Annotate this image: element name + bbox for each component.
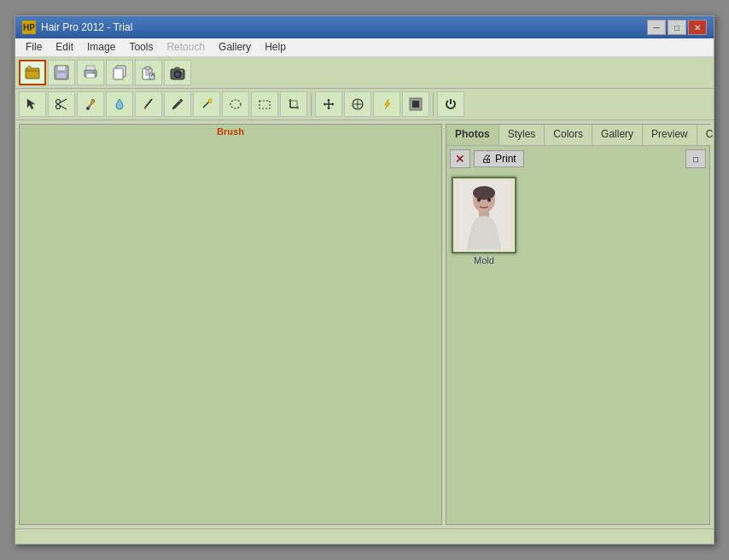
svg-line-20 (60, 99, 67, 103)
svg-point-48 (487, 198, 491, 202)
photo-thumbnail[interactable] (452, 177, 516, 254)
open-button[interactable] (19, 60, 46, 85)
panel-close-button[interactable]: ✕ (450, 149, 470, 168)
svg-point-45 (473, 186, 495, 200)
tab-preview[interactable]: Preview (643, 125, 697, 145)
list-item[interactable]: Mold (452, 177, 516, 265)
tab-gallery[interactable]: Gallery (592, 125, 643, 145)
paintbrush-tool[interactable] (135, 91, 162, 117)
toolbar-separator-1 (311, 92, 312, 116)
lightning-tool[interactable] (373, 91, 400, 117)
main-toolbar (15, 57, 714, 89)
right-panel: Photos Styles Colors Gallery Preview Cam… (446, 124, 710, 525)
svg-line-29 (211, 102, 212, 103)
tab-photos[interactable]: Photos (446, 125, 499, 145)
content-area: Brush Photos Styles Colors Gallery Previ… (15, 120, 714, 528)
tab-styles[interactable]: Styles (499, 125, 545, 145)
tools-toolbar (15, 89, 714, 120)
title-controls: ─ □ ✕ (647, 20, 707, 35)
status-bar (15, 528, 714, 544)
magic-wand-tool[interactable] (193, 91, 220, 117)
svg-rect-42 (412, 101, 419, 108)
menu-retouch[interactable]: Retouch (160, 40, 212, 55)
svg-point-22 (86, 107, 90, 110)
canvas-label: Brush (217, 126, 244, 137)
tab-camera[interactable]: Camera (697, 125, 714, 145)
svg-rect-31 (260, 101, 270, 108)
panel-toolbar: ✕ 🖨 Print □ (446, 146, 709, 172)
copy-button[interactable] (106, 60, 133, 85)
svg-rect-0 (26, 68, 39, 79)
svg-point-15 (176, 73, 180, 77)
svg-rect-3 (56, 73, 67, 79)
window-title: Hair Pro 2012 - Trial (41, 21, 132, 33)
svg-point-7 (93, 72, 96, 74)
ellipse-select-tool[interactable] (222, 91, 249, 117)
paste-button[interactable] (135, 60, 162, 85)
title-bar: HP Hair Pro 2012 - Trial ─ □ ✕ (15, 16, 714, 38)
svg-point-17 (181, 70, 183, 72)
menu-edit[interactable]: Edit (49, 40, 80, 55)
eyedropper-tool[interactable] (77, 91, 104, 117)
toolbar-separator-2 (433, 92, 434, 116)
svg-line-28 (208, 99, 209, 100)
main-canvas[interactable]: Brush (19, 124, 442, 525)
dropper-tool[interactable] (106, 91, 133, 117)
menu-gallery[interactable]: Gallery (212, 40, 258, 55)
photo-grid: Mold (452, 177, 704, 265)
tab-colors[interactable]: Colors (545, 125, 592, 145)
save-button[interactable] (48, 60, 75, 85)
crop-tool[interactable] (280, 91, 307, 117)
svg-rect-12 (149, 73, 155, 79)
transform-tool[interactable] (315, 91, 342, 117)
maximize-button[interactable]: □ (668, 20, 686, 35)
pen-tool[interactable] (164, 91, 191, 117)
menu-help[interactable]: Help (258, 40, 293, 55)
svg-rect-5 (86, 66, 95, 70)
svg-rect-16 (175, 67, 179, 70)
panel-content: Mold (446, 172, 709, 524)
main-window: HP Hair Pro 2012 - Trial ─ □ ✕ File Edit… (15, 15, 714, 545)
panel-tabs: Photos Styles Colors Gallery Preview Cam… (446, 125, 709, 146)
print-button[interactable] (77, 60, 104, 85)
mask-tool[interactable] (402, 91, 429, 117)
print-icon: 🖨 (481, 153, 492, 165)
svg-rect-9 (114, 68, 123, 79)
title-bar-left: HP Hair Pro 2012 - Trial (22, 20, 132, 34)
menu-file[interactable]: File (19, 40, 49, 55)
menu-tools[interactable]: Tools (122, 40, 160, 55)
scissors-tool[interactable] (48, 91, 75, 117)
svg-line-23 (145, 99, 152, 108)
svg-rect-46 (479, 210, 489, 217)
panel-print-button[interactable]: 🖨 Print (474, 150, 524, 167)
power-tool[interactable] (437, 91, 464, 117)
camera-button[interactable] (164, 60, 191, 85)
svg-point-19 (56, 105, 61, 109)
svg-point-47 (477, 198, 481, 202)
photo-label: Mold (474, 255, 494, 265)
svg-point-18 (56, 100, 61, 104)
rect-select-tool[interactable] (251, 91, 278, 117)
panel-expand-button[interactable]: □ (685, 149, 706, 168)
photo-image (458, 181, 510, 249)
svg-point-30 (230, 100, 241, 108)
menu-bar: File Edit Image Tools Retouch Gallery He… (15, 38, 714, 57)
svg-line-21 (60, 106, 67, 110)
svg-line-27 (201, 102, 202, 103)
select-tool[interactable] (19, 91, 46, 117)
close-button[interactable]: ✕ (688, 20, 707, 35)
app-icon: HP (22, 20, 36, 34)
clone-tool[interactable] (344, 91, 371, 117)
svg-rect-6 (86, 73, 95, 78)
minimize-button[interactable]: ─ (647, 20, 666, 35)
menu-image[interactable]: Image (80, 40, 122, 55)
svg-rect-2 (57, 66, 66, 71)
svg-rect-11 (145, 67, 150, 70)
